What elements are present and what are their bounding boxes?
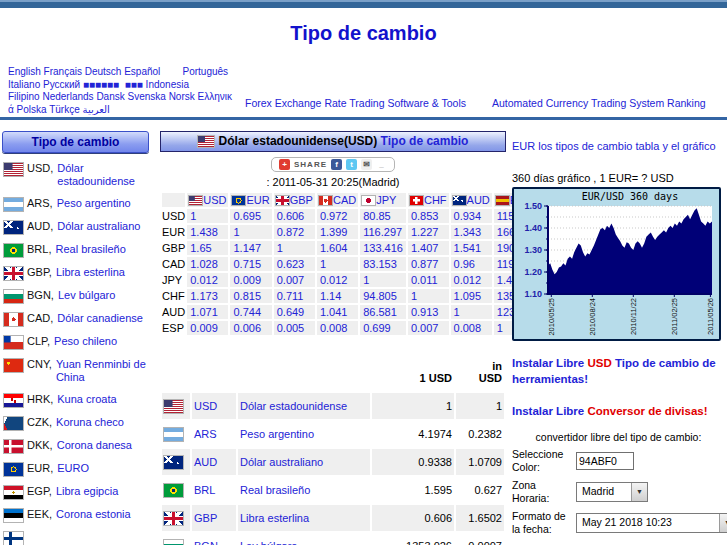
rate-value-link[interactable]: 0.012 bbox=[190, 274, 218, 286]
cross-col-cad[interactable]: CAD bbox=[317, 193, 358, 207]
currency-code-link[interactable]: AUD bbox=[194, 456, 217, 468]
sidebar-item-cad[interactable]: CAD,Dólar canadiense bbox=[2, 312, 149, 326]
rate-value-link[interactable]: 1 bbox=[233, 226, 239, 238]
rate-value-link[interactable]: 1.407 bbox=[411, 242, 439, 254]
currency-name-link[interactable]: Dólar australiano bbox=[57, 220, 140, 233]
column-code-link[interactable]: CHF bbox=[424, 194, 447, 206]
rate-value-link[interactable]: 0.649 bbox=[277, 306, 305, 318]
currency-name-link[interactable]: Real brasileño bbox=[55, 243, 125, 256]
rate-value-link[interactable]: 1 bbox=[497, 322, 503, 334]
rate-value-link[interactable]: 1 bbox=[411, 290, 417, 302]
currency-name-link[interactable]: Corona estonia bbox=[56, 508, 131, 521]
rate-value-link[interactable]: 0.913 bbox=[411, 306, 439, 318]
rate-value-link[interactable]: 0.96 bbox=[454, 258, 475, 270]
sidebar-item-gbp[interactable]: GBP,Libra esterlina bbox=[2, 266, 149, 280]
currency-name-link[interactable]: Libra esterlina bbox=[56, 266, 125, 279]
rate-value-link[interactable]: 0.008 bbox=[320, 322, 348, 334]
color-input[interactable] bbox=[576, 452, 634, 470]
rate-value-link[interactable]: 0.012 bbox=[320, 274, 348, 286]
currency-code-link[interactable]: ARS bbox=[194, 428, 217, 440]
currency-name-link[interactable]: Lev búlgaro bbox=[240, 540, 298, 545]
rate-value-link[interactable]: 1.399 bbox=[320, 226, 348, 238]
chevron-down-icon[interactable]: ▼ bbox=[719, 514, 727, 532]
rate-value-link[interactable]: 1.343 bbox=[454, 226, 482, 238]
cross-col-usd[interactable]: USD bbox=[187, 193, 228, 207]
sidebar-item-eur[interactable]: EUR,EURO bbox=[2, 462, 149, 476]
currency-name-link[interactable]: Koruna checo bbox=[56, 416, 124, 429]
rate-value-link[interactable]: 1.604 bbox=[320, 242, 348, 254]
language-line-3[interactable]: Filipino Nederlands Dansk Svenska Norsk … bbox=[8, 91, 248, 104]
currency-code-link[interactable]: BRL bbox=[194, 484, 215, 496]
rate-value-link[interactable]: 1.095 bbox=[454, 290, 482, 302]
column-code-link[interactable]: EUR bbox=[246, 194, 269, 206]
sidebar-item-eek[interactable]: EEK,Corona estonia bbox=[2, 508, 149, 522]
rate-value-link[interactable]: 0.877 bbox=[411, 258, 439, 270]
share-widget[interactable]: SHARE bbox=[271, 157, 395, 172]
forex-software-link[interactable]: Forex Exchange Rate Trading Software & T… bbox=[245, 97, 466, 109]
rate-value-link[interactable]: 1 bbox=[363, 274, 369, 286]
rate-value-link[interactable]: 0.744 bbox=[233, 306, 261, 318]
language-line-2[interactable]: Italiano Русский ■■■■■■ ■■■ Indonesia bbox=[8, 79, 248, 92]
currency-name-link[interactable]: Libra egipcia bbox=[56, 485, 118, 498]
eur-table-link[interactable]: EUR los tipos de cambio tabla y el gráfi… bbox=[512, 140, 716, 152]
currency-name-link[interactable]: Yuan Renminbi de China bbox=[56, 358, 149, 384]
rate-value-link[interactable]: 86.581 bbox=[363, 306, 397, 318]
rate-value-link[interactable]: 0.934 bbox=[454, 210, 482, 222]
currency-name-link[interactable]: Libra esterlina bbox=[240, 512, 309, 524]
currency-name-link[interactable]: Peso argentino bbox=[240, 428, 314, 440]
language-line-1[interactable]: English Français Deutsch Español Portugu… bbox=[8, 66, 248, 79]
rate-value-link[interactable]: 133.416 bbox=[363, 242, 403, 254]
cross-col-chf[interactable]: CHF bbox=[408, 193, 449, 207]
rate-value-link[interactable]: 1.14 bbox=[320, 290, 341, 302]
currency-name-link[interactable]: Peso chileno bbox=[54, 335, 117, 348]
dateformat-select[interactable]: May 21 2018 10:23 ▼ bbox=[576, 513, 727, 533]
cross-col-gbp[interactable]: GBP bbox=[274, 193, 315, 207]
rate-value-link[interactable]: 0.011 bbox=[411, 274, 438, 286]
cross-col-eur[interactable]: EUR bbox=[230, 193, 271, 207]
sidebar-item-cny[interactable]: CNY,Yuan Renminbi de China bbox=[2, 358, 149, 384]
rate-value-link[interactable]: 0.008 bbox=[454, 322, 482, 334]
rate-value-link[interactable]: 0.606 bbox=[277, 210, 305, 222]
column-code-link[interactable]: USD bbox=[203, 194, 226, 206]
more-icon[interactable] bbox=[376, 159, 387, 170]
currency-name-link[interactable]: EURO bbox=[57, 462, 89, 475]
rate-value-link[interactable]: 0.623 bbox=[277, 258, 305, 270]
rate-value-link[interactable]: 116.297 bbox=[363, 226, 402, 238]
rate-value-link[interactable]: 0.009 bbox=[190, 322, 218, 334]
rate-value-link[interactable]: 0.012 bbox=[454, 274, 482, 286]
chevron-down-icon[interactable]: ▼ bbox=[631, 483, 647, 501]
share-label[interactable]: SHARE bbox=[294, 160, 327, 169]
rate-value-link[interactable]: 0.815 bbox=[233, 290, 261, 302]
sidebar-item-ars[interactable]: ARS,Peso argentino bbox=[2, 197, 149, 211]
rate-value-link[interactable]: 0.699 bbox=[363, 322, 391, 334]
sidebar-item-bgn[interactable]: BGN,Lev búlgaro bbox=[2, 289, 149, 303]
language-line-4[interactable]: ά Polska Türkçe العربية bbox=[8, 104, 248, 117]
rate-value-link[interactable]: 1.041 bbox=[320, 306, 348, 318]
rate-value-link[interactable]: 1.541 bbox=[454, 242, 482, 254]
currency-name-link[interactable]: Kuna croata bbox=[57, 393, 116, 406]
sidebar-item-fi[interactable] bbox=[2, 531, 149, 545]
rate-value-link[interactable]: 1 bbox=[190, 210, 196, 222]
rate-value-link[interactable]: 1.071 bbox=[190, 306, 218, 318]
cross-col-jpy[interactable]: JPY bbox=[360, 193, 406, 207]
facebook-icon[interactable] bbox=[331, 159, 342, 170]
promo-converter[interactable]: Instalar Libre Conversor de divisas! bbox=[512, 403, 725, 419]
rate-value-link[interactable]: 0.007 bbox=[277, 274, 305, 286]
sidebar-item-dkk[interactable]: DKK,Corona danesa bbox=[2, 439, 149, 453]
currency-name-link[interactable]: Dólar estadounidense bbox=[240, 400, 347, 412]
sidebar-item-clp[interactable]: CLP,Peso chileno bbox=[2, 335, 149, 349]
rate-value-link[interactable]: 0.972 bbox=[320, 210, 348, 222]
promo-usd-toolbar[interactable]: Instalar Libre USD Tipo de cambio de her… bbox=[512, 355, 725, 387]
currency-name-link[interactable]: Dólar australiano bbox=[240, 456, 323, 468]
rate-value-link[interactable]: 0.853 bbox=[411, 210, 439, 222]
rate-value-link[interactable]: 1 bbox=[320, 258, 326, 270]
currency-name-link[interactable]: Corona danesa bbox=[57, 439, 132, 452]
rate-value-link[interactable]: 1.173 bbox=[190, 290, 218, 302]
twitter-icon[interactable] bbox=[346, 159, 357, 170]
auto-trading-link[interactable]: Automated Currency Trading System Rankin… bbox=[492, 97, 706, 109]
currency-code-link[interactable]: BGN bbox=[194, 540, 218, 545]
currency-name-link[interactable]: Peso argentino bbox=[57, 197, 131, 210]
rate-value-link[interactable]: 0.872 bbox=[277, 226, 305, 238]
sidebar-item-czk[interactable]: CZK,Koruna checo bbox=[2, 416, 149, 430]
currency-name-link[interactable]: Dólar estadounidense bbox=[57, 162, 149, 188]
